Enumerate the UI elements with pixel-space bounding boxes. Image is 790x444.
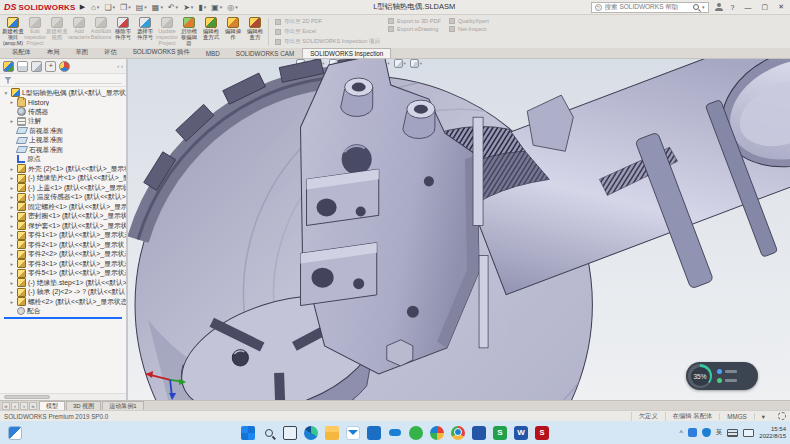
command-tab[interactable]: 评估 bbox=[96, 46, 125, 58]
tree-item[interactable]: ▸ (-) 轴承 (2)<2> -> ? (默认<<默认 bbox=[0, 288, 126, 298]
ribbon-button[interactable]: 选择零 件序号 bbox=[134, 16, 156, 48]
expand-arrow-icon[interactable]: ▸ bbox=[9, 185, 15, 191]
taskbar-app-icon[interactable]: S bbox=[493, 426, 507, 440]
tab-scroll-button[interactable]: « bbox=[2, 402, 10, 410]
taskbar-app-icon[interactable] bbox=[367, 426, 381, 440]
model-flange[interactable] bbox=[301, 59, 489, 374]
quick-access-button[interactable]: ▮▾ bbox=[198, 3, 206, 12]
user-account-icon[interactable] bbox=[715, 3, 723, 11]
tree-item[interactable]: 配合 bbox=[0, 307, 126, 317]
command-tab[interactable]: SOLIDWORKS 插件 bbox=[125, 46, 198, 58]
ribbon-button[interactable]: 启动模 板编辑 器 bbox=[178, 16, 200, 48]
model-heater-core[interactable] bbox=[374, 126, 549, 299]
tree-item[interactable]: 传感器 bbox=[0, 107, 126, 117]
taskbar-app-icon[interactable] bbox=[241, 426, 255, 440]
command-tab[interactable]: 布局 bbox=[39, 46, 68, 58]
dimxpert-manager-tab-icon[interactable] bbox=[31, 61, 42, 72]
quick-access-button[interactable]: ◎▾ bbox=[227, 3, 238, 12]
touch-keyboard-icon[interactable] bbox=[727, 429, 738, 437]
tree-item[interactable]: ▸ 零件3<1> (默认<<默认>_显示状态 bbox=[0, 259, 126, 269]
expand-arrow-icon[interactable]: ▸ bbox=[9, 232, 15, 238]
ribbon-button[interactable]: Add Characteristic bbox=[68, 16, 90, 48]
tree-item[interactable]: ▸ History bbox=[0, 98, 126, 108]
hud-tool-icon[interactable]: ▾ bbox=[296, 59, 308, 68]
tree-item[interactable]: ▸ 注解 bbox=[0, 117, 126, 127]
tree-item[interactable]: ▸ 保护套<1> (默认<<默认>_显示状 bbox=[0, 221, 126, 231]
expand-arrow-icon[interactable]: ▸ bbox=[9, 213, 15, 219]
tray-app-icon[interactable] bbox=[688, 428, 697, 437]
command-tab[interactable]: 草图 bbox=[67, 46, 96, 58]
taskbar-app-icon[interactable] bbox=[325, 426, 339, 440]
display-tray-icon[interactable] bbox=[743, 429, 754, 437]
close-button[interactable]: ✕ bbox=[776, 3, 786, 11]
export-menu-item[interactable]: 导出至 SOLIDWORKS Inspection 项目 bbox=[275, 38, 380, 46]
tree-item[interactable]: ▸ (-) 上盖<1> (默认<<默认>_显示状 bbox=[0, 183, 126, 193]
taskbar-app-icon[interactable]: W bbox=[514, 426, 528, 440]
command-tab[interactable]: 装配体 bbox=[4, 46, 39, 58]
help-button[interactable]: ? bbox=[729, 4, 737, 11]
quick-access-button[interactable]: ▤▾ bbox=[136, 3, 147, 12]
export-menu-item[interactable]: Net-Inspect bbox=[449, 26, 489, 32]
ribbon-button[interactable]: 编辑操 作 bbox=[222, 16, 244, 48]
ribbon-button[interactable]: 编辑检 查方 bbox=[244, 16, 266, 48]
expand-arrow-icon[interactable]: ▸ bbox=[9, 99, 15, 105]
taskbar-app-icon[interactable]: S bbox=[535, 426, 549, 440]
expand-arrow-icon[interactable]: ▸ bbox=[9, 251, 15, 257]
tree-item[interactable]: ▸ 固定螺栓<1> (默认<<默认>_显示 bbox=[0, 202, 126, 212]
hud-tool-icon[interactable]: ▾ bbox=[312, 59, 324, 68]
tree-filter-row[interactable] bbox=[0, 74, 126, 87]
tree-item[interactable]: 前视基准面 bbox=[0, 126, 126, 136]
quick-access-button[interactable]: ➤▾ bbox=[183, 3, 193, 12]
export-menu-item[interactable]: 导出至 2D PDF bbox=[275, 18, 380, 26]
minimize-button[interactable]: — bbox=[743, 4, 754, 11]
expand-arrow-icon[interactable]: ▸ bbox=[9, 194, 15, 200]
taskbar-app-icon[interactable] bbox=[430, 426, 444, 440]
expand-arrow-icon[interactable]: ▸ bbox=[9, 299, 15, 305]
tree-item[interactable]: ▸ (-) 温度传感器<1> (默认<<默认> bbox=[0, 193, 126, 203]
hud-tool-icon[interactable]: ▾ bbox=[329, 59, 341, 68]
tab-scroll-button[interactable]: › bbox=[20, 402, 28, 410]
search-icon[interactable] bbox=[693, 4, 699, 10]
ribbon-button[interactable]: 编辑检 查方式 bbox=[200, 16, 222, 48]
security-shield-icon[interactable] bbox=[702, 428, 711, 437]
configuration-manager-tab-icon[interactable] bbox=[17, 61, 28, 72]
graphics-viewport[interactable]: ▾ ▾ ▾ ▾ ▾ ▾ ▾ ▾ bbox=[128, 59, 790, 400]
export-menu-item[interactable]: 导出至 Excel bbox=[275, 28, 380, 36]
command-tab[interactable]: MBD bbox=[198, 48, 228, 58]
tree-item[interactable]: ▸ (-) 绝缘垫片<1> (默认<<默认>_显 bbox=[0, 174, 126, 184]
units-gear-icon[interactable] bbox=[778, 412, 786, 420]
tree-item[interactable]: ▸ 零件2<1> (默认<<默认>_显示状 bbox=[0, 240, 126, 250]
taskbar-app-icon[interactable] bbox=[304, 426, 318, 440]
expand-arrow-icon[interactable]: ▸ bbox=[9, 280, 15, 286]
export-menu-item[interactable]: QualityXpert bbox=[449, 18, 489, 24]
ribbon-button[interactable]: 移除零 件序号 bbox=[112, 16, 134, 48]
search-dropdown-caret[interactable]: ▾ bbox=[702, 4, 705, 10]
expand-arrow-icon[interactable]: ▸ bbox=[9, 118, 15, 124]
ribbon-button[interactable]: Add/Edit Balloons bbox=[90, 16, 112, 48]
taskbar-app-icon[interactable] bbox=[346, 426, 360, 440]
panel-horizontal-scrollbar[interactable] bbox=[0, 393, 126, 400]
hud-tool-icon[interactable]: ▾ bbox=[377, 59, 389, 68]
taskbar-app-icon[interactable] bbox=[451, 426, 465, 440]
command-tab[interactable]: SOLIDWORKS CAM bbox=[228, 48, 302, 58]
restore-button[interactable]: ▢ bbox=[760, 3, 771, 11]
hud-tool-icon[interactable]: ▾ bbox=[394, 59, 406, 68]
expand-arrow-icon[interactable]: ▸ bbox=[9, 242, 15, 248]
expand-arrow-icon[interactable]: ▸ bbox=[9, 223, 15, 229]
taskbar-app-icon[interactable] bbox=[262, 426, 276, 440]
hud-tool-icon[interactable]: ▾ bbox=[345, 59, 357, 68]
taskbar-app-icon[interactable] bbox=[283, 426, 297, 440]
tree-item[interactable]: ▸ 零件2<2> (默认<<默认>_显示状态 bbox=[0, 250, 126, 260]
cam-tree-tab-icon[interactable] bbox=[59, 61, 70, 72]
screen-recorder-widget[interactable]: 35% bbox=[686, 362, 758, 390]
tree-item[interactable]: 右视基准面 bbox=[0, 145, 126, 155]
model-chuck[interactable] bbox=[167, 274, 390, 400]
expand-arrow-icon[interactable]: ▸ bbox=[9, 204, 15, 210]
quick-access-button[interactable]: ⌂▾ bbox=[91, 3, 99, 12]
tree-item[interactable]: 上视基准面 bbox=[0, 136, 126, 146]
command-tab[interactable]: SOLIDWORKS Inspection bbox=[302, 48, 391, 58]
export-menu-item[interactable]: Export to 3D PDF bbox=[388, 18, 441, 24]
quick-access-button[interactable]: ▣▾ bbox=[211, 3, 222, 12]
tree-item[interactable]: ▸ 密封圈<1> (默认<<默认>_显示状 bbox=[0, 212, 126, 222]
tree-item[interactable]: ▸ 零件1<1> (默认<<默认>_显示状态 bbox=[0, 231, 126, 241]
